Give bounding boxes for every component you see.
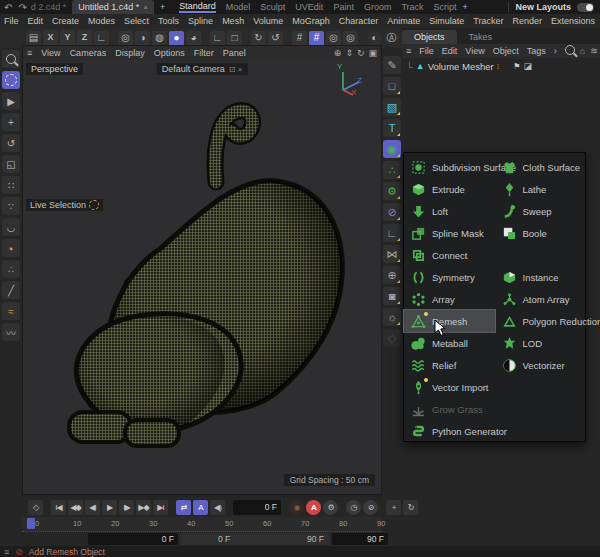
- wireframe-hippo-model[interactable]: [23, 60, 381, 494]
- quick-shading-icon[interactable]: ◑: [135, 31, 150, 46]
- grid-snap-active-icon[interactable]: #: [309, 31, 324, 46]
- autokey-record-icon[interactable]: A: [306, 500, 321, 515]
- undo-icon[interactable]: ↶: [4, 2, 12, 13]
- auto-mode-icon[interactable]: Ⓐ: [384, 31, 399, 46]
- viewport-menu-filter[interactable]: Filter: [194, 48, 214, 58]
- objects-menu-view[interactable]: View: [465, 46, 484, 56]
- menu-mograph[interactable]: MoGraph: [292, 16, 330, 26]
- wireframe-display-icon[interactable]: ◕: [186, 31, 201, 46]
- prev-key-icon[interactable]: ◀◆: [68, 500, 83, 515]
- sphere-display-icon[interactable]: ●: [169, 31, 184, 46]
- timeline-ruler[interactable]: 0102030405060708090: [22, 517, 382, 532]
- objects-menu-edit[interactable]: Edit: [442, 46, 458, 56]
- layout-tab-track[interactable]: Track: [401, 2, 423, 12]
- status-burger-icon[interactable]: ≡: [4, 547, 9, 557]
- light-icon[interactable]: ☼: [383, 308, 401, 326]
- coordinate-system-icon[interactable]: ∟: [94, 31, 109, 46]
- range-slider-bar[interactable]: 0 F 90 F: [180, 533, 330, 545]
- axis-mode-icon[interactable]: ∟: [210, 31, 225, 46]
- current-frame-field[interactable]: 0 F: [233, 500, 281, 515]
- menu-item-connect[interactable]: Connect: [404, 244, 495, 266]
- objects-menu-object[interactable]: Object: [493, 46, 519, 56]
- layout-tab-uvedit[interactable]: UVEdit: [295, 2, 323, 12]
- marquee-icon[interactable]: □: [227, 31, 242, 46]
- scale-tool-icon[interactable]: ◱: [2, 155, 20, 173]
- document-tab-background[interactable]: d 2.c4d *: [31, 2, 67, 12]
- menu-character[interactable]: Character: [339, 16, 379, 26]
- soft-selection-tool-icon[interactable]: ◡: [2, 218, 20, 236]
- layout-tab-model[interactable]: Model: [226, 2, 251, 12]
- layout-tab-paint[interactable]: Paint: [333, 2, 354, 12]
- menu-item-spline-mask[interactable]: Spline Mask: [404, 222, 495, 244]
- spline-pen-icon[interactable]: ✎: [383, 56, 401, 74]
- tweak-tool-icon[interactable]: ▶: [2, 92, 20, 110]
- fields-icon[interactable]: ⊘: [383, 203, 401, 221]
- autokey-mode-icon[interactable]: A: [193, 500, 208, 515]
- menu-render[interactable]: Render: [512, 16, 542, 26]
- live-selection-tool-icon[interactable]: [2, 71, 20, 89]
- range-end-field[interactable]: 90 F: [332, 533, 388, 545]
- points-edit-tool-icon[interactable]: ∵: [2, 197, 20, 215]
- menu-item-instance[interactable]: Instance: [495, 266, 586, 288]
- camera-icon[interactable]: ◙: [383, 287, 401, 305]
- keyframe-icon[interactable]: ◇: [28, 500, 43, 515]
- menu-create[interactable]: Create: [52, 16, 79, 26]
- cube-primitive-icon[interactable]: ▧: [383, 98, 401, 116]
- menu-item-vectorizer[interactable]: Vectorizer: [495, 354, 586, 376]
- playhead[interactable]: [27, 518, 35, 529]
- points-pen-tool-icon[interactable]: ∴: [2, 260, 20, 278]
- objects-menu-tags[interactable]: Tags: [527, 46, 546, 56]
- toggle-view-icon[interactable]: ▣: [368, 48, 377, 58]
- menu-select[interactable]: Select: [124, 16, 149, 26]
- menu-item-sweep[interactable]: Sweep: [495, 200, 586, 222]
- menu-item-python-generator[interactable]: Python Generator: [404, 420, 495, 442]
- lock-z-icon[interactable]: Z: [77, 30, 92, 47]
- rotate-snap-icon[interactable]: ↻: [251, 31, 266, 46]
- redo-icon[interactable]: ↷: [18, 2, 26, 13]
- menu-animate[interactable]: Animate: [387, 16, 420, 26]
- viewport-menu-options[interactable]: Options: [154, 48, 185, 58]
- sound-icon[interactable]: ◀): [210, 500, 225, 515]
- panel-tab-takes[interactable]: Takes: [457, 30, 505, 44]
- add-document-tab-button[interactable]: +: [160, 2, 165, 12]
- record-off-icon[interactable]: ⊘: [363, 500, 378, 515]
- menu-extensions[interactable]: Extensions: [551, 16, 595, 26]
- layout-tab-standard[interactable]: Standard: [179, 1, 216, 13]
- shield-locked-icon[interactable]: ◇: [383, 329, 401, 347]
- goto-end-icon[interactable]: ▶I: [153, 500, 168, 515]
- volume-builder-icon[interactable]: ∴: [383, 161, 401, 179]
- new-layouts-toggle[interactable]: [577, 3, 594, 12]
- spline-primitive-icon[interactable]: □: [383, 77, 401, 95]
- record-rotation-icon[interactable]: ↻: [403, 500, 418, 515]
- lock-y-icon[interactable]: Y: [60, 30, 75, 47]
- menu-file[interactable]: File: [4, 16, 19, 26]
- record-position-icon[interactable]: +: [386, 500, 401, 515]
- menu-edit[interactable]: Edit: [28, 16, 44, 26]
- home-icon[interactable]: ⌂: [580, 46, 585, 56]
- viewport-solo-icon[interactable]: ◐: [367, 31, 382, 46]
- constant-shading-icon[interactable]: ◍: [152, 31, 167, 46]
- loop-icon[interactable]: ⇄: [176, 500, 191, 515]
- record-sphere-icon[interactable]: ◉: [289, 500, 304, 515]
- object-name-label[interactable]: Volume Mesher: [428, 61, 494, 72]
- rotate-tool-icon[interactable]: ↺: [2, 134, 20, 152]
- close-tab-icon[interactable]: ×: [143, 3, 148, 12]
- deformers-icon[interactable]: ⚙: [383, 182, 401, 200]
- menu-simulate[interactable]: Simulate: [429, 16, 464, 26]
- menu-item-array[interactable]: Array: [404, 288, 495, 310]
- search-icon[interactable]: [565, 45, 575, 57]
- flag-icon[interactable]: ⚑: [513, 62, 520, 71]
- generators-icon[interactable]: ◉: [383, 140, 401, 158]
- motext-icon[interactable]: T: [383, 119, 401, 137]
- sculpt-pen-tool-icon[interactable]: ≈: [2, 302, 20, 320]
- pan-view-icon[interactable]: ⊕: [334, 48, 342, 58]
- menu-item-lathe[interactable]: Lathe: [495, 178, 586, 200]
- layer-icon[interactable]: ◪: [523, 61, 532, 71]
- menu-item-polygon-reduction[interactable]: Polygon Reduction: [495, 310, 586, 332]
- viewport[interactable]: ≡ ViewCamerasDisplayOptionsFilterPanel ⊕…: [22, 45, 382, 495]
- move-tool-icon[interactable]: +: [2, 113, 20, 131]
- menu-item-loft[interactable]: Loft: [404, 200, 495, 222]
- viewport-menu-cameras[interactable]: Cameras: [70, 48, 107, 58]
- next-frame-icon[interactable]: I▶: [119, 500, 134, 515]
- viewport-burger-icon[interactable]: ≡: [27, 48, 32, 58]
